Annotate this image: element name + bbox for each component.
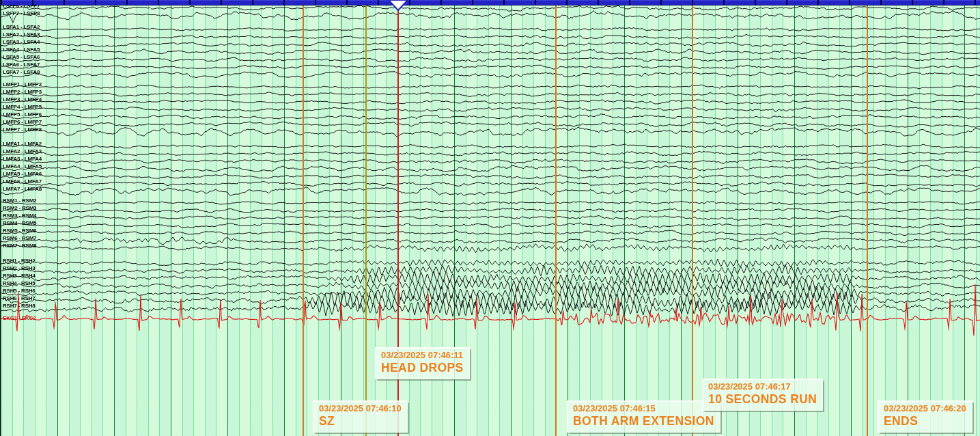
event-line — [303, 0, 304, 436]
event-line — [692, 0, 693, 436]
channel-label: RSH6 - RSH7 — [3, 296, 36, 301]
annotation[interactable]: 03/23/2025 07:46:15BOTH ARM EXTENSION — [567, 400, 720, 433]
ekg-channel-label: EKG1 - EKG2 — [3, 316, 36, 321]
channel-label: LSFA2 - LSFA3 — [3, 32, 40, 38]
channel-label: LMFA2 - LMFA3 — [3, 149, 42, 154]
annotation-timestamp: 03/23/2025 07:46:17 — [708, 381, 817, 392]
channel-label: RSM2 - RSM3 — [3, 206, 36, 211]
annotation-timestamp: 03/23/2025 07:46:11 — [381, 350, 464, 361]
channel-label: LMFA7 - LMFA8 — [3, 187, 42, 192]
cursor-marker-icon[interactable] — [387, 0, 409, 12]
channel-label: LMFP3 - LMFP4 — [3, 97, 42, 103]
channel-label: LMFA1 - LMFA2 — [3, 141, 42, 147]
annotation-timestamp: 03/23/2025 07:46:10 — [319, 403, 402, 414]
channel-label: LMFA5 - LMFA6 — [3, 172, 42, 177]
event-line — [867, 0, 868, 436]
event-line — [365, 0, 367, 436]
annotation[interactable]: 03/23/2025 07:46:11HEAD DROPS — [375, 347, 470, 379]
channel-label: LMFP7 - LMFP8 — [3, 127, 42, 133]
channel-label: LMFA6 - LMFA7 — [3, 179, 42, 185]
channel-label: RSH7 - RSH8 — [3, 303, 36, 309]
channel-label: LMFP4 - LMFP5 — [3, 105, 42, 110]
channel-label: RSM1 - RSM2 — [3, 198, 36, 204]
annotation-label: SZ — [319, 414, 402, 428]
channel-label: RSM5 - RSM6 — [3, 228, 36, 234]
annotation-label: BOTH ARM EXTENSION — [573, 414, 714, 428]
annotation[interactable]: 03/23/2025 07:46:20ENDS — [878, 400, 972, 433]
channel-label: LMFP2 - LMFP3 — [3, 90, 42, 95]
channel-label: LSFP7 - LSFP8 — [3, 11, 40, 16]
channel-label: LSFA6 - LSFA7 — [3, 62, 40, 68]
channel-label: LSFA1 - LSFA2 — [3, 25, 40, 30]
channel-label: LSFA4 - LSFA5 — [3, 47, 40, 53]
channel-label: LMFA3 - LMFA4 — [3, 156, 42, 162]
annotation[interactable]: 03/23/2025 07:46:1710 SECONDS RUN — [702, 379, 823, 411]
annotation-timestamp: 03/23/2025 07:46:20 — [884, 403, 966, 414]
channel-label: RSM7 - RSM8 — [3, 243, 36, 249]
channel-label: LMFP1 - LMFP2 — [3, 82, 42, 87]
timeline-bar[interactable] — [1, 0, 980, 5]
eeg-traces-canvas — [1, 0, 980, 436]
eeg-viewer-window: LSFP6 - LSFP7LSFP7 - LSFP8LSFA1 - LSFA2L… — [0, 0, 980, 436]
annotation-label: HEAD DROPS — [381, 361, 464, 375]
channel-label: LMFA4 - LMFA5 — [3, 164, 42, 169]
channel-label: RSH4 - RSH5 — [3, 281, 36, 286]
event-line — [555, 0, 557, 436]
channel-label: RSH5 - RSH6 — [3, 288, 36, 294]
channel-label: RSH3 - RSH4 — [3, 273, 36, 279]
annotation-label: ENDS — [884, 414, 966, 428]
channel-label: RSM6 - RSM7 — [3, 236, 36, 241]
channel-label: RSH2 - RSH3 — [3, 266, 36, 271]
channel-label: LSFA5 - LSFA6 — [3, 55, 40, 60]
channel-label: RSM3 - RSM4 — [3, 213, 36, 219]
channel-label: LSFA7 - LSFA8 — [3, 70, 40, 75]
annotation-timestamp: 03/23/2025 07:46:15 — [573, 403, 714, 414]
channel-label: RSH1 - RSH2 — [3, 258, 36, 264]
channel-label: LMFP6 - LMFP7 — [3, 120, 42, 125]
channel-label: RSM4 - RSM5 — [3, 221, 36, 226]
channel-label: LSFA3 - LSFA4 — [3, 40, 40, 45]
annotation-label: 10 SECONDS RUN — [708, 392, 817, 407]
channel-label: LMFP5 - LMFP6 — [3, 112, 42, 118]
annotation[interactable]: 03/23/2025 07:46:10SZ — [313, 400, 408, 433]
